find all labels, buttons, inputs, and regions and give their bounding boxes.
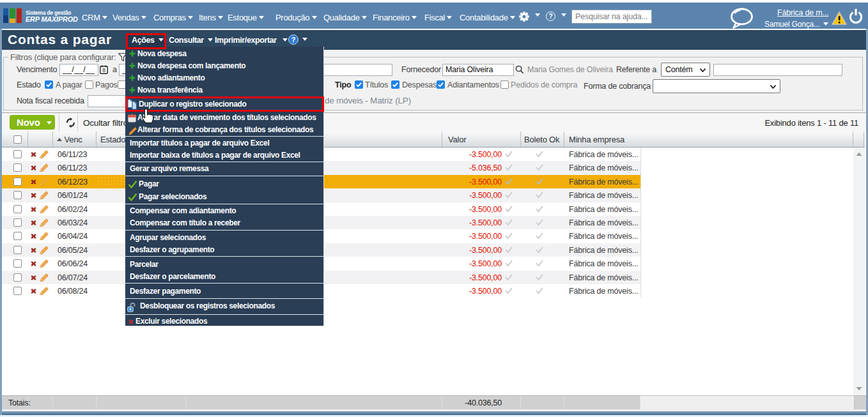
svg-text:8: 8 [102, 67, 105, 73]
